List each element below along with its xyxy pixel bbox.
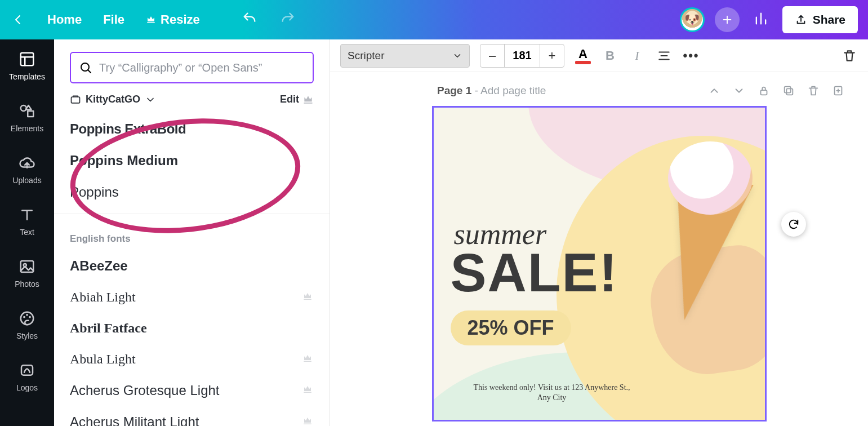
top-app-bar: Home File Resize 🐶 Share	[0, 0, 868, 39]
text-fineprint[interactable]: This weekend only! Visit us at 123 Anywh…	[468, 383, 636, 403]
svg-rect-0	[21, 53, 34, 66]
left-tool-rail: Templates Elements Uploads Text Photos S…	[0, 39, 54, 426]
home-menu[interactable]: Home	[47, 12, 82, 27]
svg-rect-12	[761, 90, 767, 95]
font-name: Poppins ExtraBold	[70, 121, 186, 137]
rail-photos[interactable]: Photos	[0, 255, 54, 292]
italic-button[interactable]: I	[629, 47, 646, 64]
svg-rect-11	[72, 97, 80, 103]
premium-icon	[301, 384, 314, 397]
bold-button[interactable]: B	[602, 47, 618, 64]
insights-button[interactable]	[750, 11, 772, 29]
font-search-input[interactable]	[99, 61, 305, 74]
file-menu[interactable]: File	[103, 12, 124, 27]
page-down-button[interactable]	[733, 85, 745, 97]
rail-styles[interactable]: Styles	[0, 307, 54, 344]
chevron-down-icon	[452, 51, 462, 61]
delete-page-button[interactable]	[807, 85, 820, 97]
more-options-button[interactable]: •••	[683, 47, 700, 64]
font-option[interactable]: Abril Fatface	[54, 313, 330, 344]
search-icon	[79, 61, 92, 74]
design-page[interactable]: summer SALE! 25% OFF This weekend only! …	[432, 106, 767, 421]
design-stage[interactable]: summer SALE! 25% OFF This weekend only! …	[330, 101, 868, 426]
font-family-dropdown[interactable]: Scripter	[340, 44, 470, 68]
font-size-input[interactable]	[504, 45, 540, 67]
add-page-button[interactable]	[832, 85, 844, 97]
font-name: Abiah Light	[70, 290, 136, 305]
rail-logos[interactable]: Logos	[0, 358, 54, 396]
font-name: ABeeZee	[70, 258, 128, 274]
premium-icon	[301, 291, 314, 304]
font-option[interactable]: Poppins ExtraBold	[54, 113, 330, 145]
svg-rect-2	[28, 111, 33, 117]
brand-kit-icon	[70, 94, 81, 105]
share-button[interactable]: Share	[782, 6, 858, 33]
rail-templates[interactable]: Templates	[0, 47, 54, 85]
svg-point-6	[23, 316, 25, 318]
back-button[interactable]	[10, 12, 26, 28]
lock-page-button[interactable]	[758, 85, 770, 97]
font-size-increase[interactable]: +	[540, 45, 564, 67]
brand-kit-selector[interactable]: KittyCatGO	[70, 94, 156, 105]
premium-icon	[301, 353, 314, 366]
page-number-label: Page 1	[437, 85, 471, 96]
font-list[interactable]: Poppins ExtraBoldPoppins MediumPoppinsEn…	[54, 111, 330, 426]
font-name: Acherus Militant Light	[70, 414, 199, 426]
font-size-group: – +	[480, 44, 564, 68]
account-avatar[interactable]: 🐶	[680, 7, 705, 32]
redo-button[interactable]	[280, 11, 296, 29]
svg-rect-14	[785, 87, 791, 93]
rail-elements[interactable]: Elements	[0, 99, 54, 136]
font-search[interactable]	[70, 52, 314, 83]
delete-button[interactable]	[841, 47, 858, 64]
font-option[interactable]: Acherus Militant Light	[54, 406, 330, 426]
font-option[interactable]: Poppins	[54, 176, 330, 208]
page-up-button[interactable]	[708, 85, 720, 97]
font-name: Abril Fatface	[70, 321, 147, 336]
image-scoop[interactable]	[668, 141, 753, 215]
undo-button[interactable]	[242, 11, 257, 29]
brand-kit-edit[interactable]: Edit	[280, 94, 314, 105]
text-discount-pill[interactable]: 25% OFF	[451, 310, 571, 345]
font-option[interactable]: ABeeZee	[54, 250, 330, 282]
svg-rect-9	[21, 365, 33, 375]
duplicate-page-button[interactable]	[782, 85, 795, 97]
chevron-down-icon	[145, 94, 156, 105]
font-option[interactable]: Abiah Light	[54, 282, 330, 313]
premium-icon	[301, 416, 314, 426]
text-context-toolbar: Scripter – + A B I •••	[330, 39, 868, 72]
canvas-column: Scripter – + A B I •••	[330, 39, 868, 426]
font-option[interactable]: Abula Light	[54, 344, 330, 375]
add-collaborator-button[interactable]	[715, 7, 740, 32]
resize-menu[interactable]: Resize	[146, 12, 200, 27]
rail-text[interactable]: Text	[0, 203, 54, 240]
font-name: Acherus Grotesque Light	[70, 383, 220, 398]
font-picker-panel: KittyCatGO Edit Poppins ExtraBoldPoppins…	[54, 39, 330, 426]
crown-icon	[302, 94, 314, 105]
page-title-input[interactable]: Add page title	[480, 85, 546, 96]
font-section-label: English fonts	[54, 220, 330, 250]
text-color-button[interactable]: A	[575, 47, 591, 64]
svg-rect-3	[21, 261, 34, 272]
rail-uploads[interactable]: Uploads	[0, 151, 54, 188]
font-option[interactable]: Poppins Medium	[54, 145, 330, 176]
svg-point-7	[26, 314, 28, 316]
svg-point-8	[29, 316, 31, 318]
font-name: Abula Light	[70, 352, 136, 367]
alignment-button[interactable]	[656, 47, 673, 64]
font-name: Poppins	[70, 184, 119, 200]
font-size-decrease[interactable]: –	[480, 45, 504, 67]
page-header-row: Page 1 - Add page title	[330, 72, 868, 101]
font-option[interactable]: Acherus Grotesque Light	[54, 375, 330, 406]
text-sale[interactable]: SALE!	[451, 242, 618, 304]
font-name: Poppins Medium	[70, 153, 178, 168]
refresh-fab[interactable]	[781, 212, 806, 237]
svg-rect-13	[786, 88, 793, 95]
